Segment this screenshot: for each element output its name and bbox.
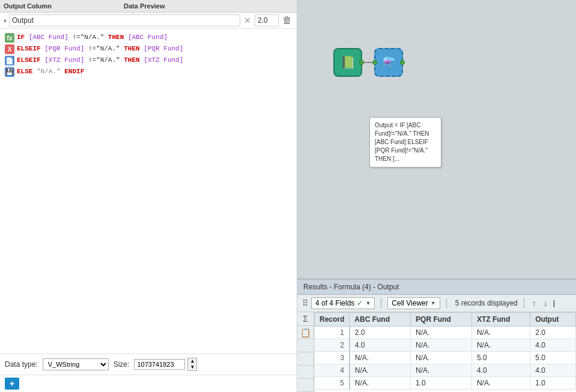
row-indicator-4 [297,366,314,379]
row-indicator-2 [297,339,314,352]
kw-then-3: THEN [124,56,139,64]
op-neq-3: !="N/A." [88,56,124,64]
formula-node[interactable]: ⚗️ [374,48,403,77]
table-header-row: Record ABC Fund PQR Fund XTZ Fund Output [315,313,576,327]
sigma-header: Σ [297,312,314,326]
size-up-button[interactable]: ▲ [188,358,196,364]
right-panel: 📗 ⚗️ Output = IF [ABC Fund]!="N/A." THEN… [297,0,576,392]
table-body: 1 2.0 N/A. N/A. 2.0 2 4.0 N/A. N/A. 4.0 … [315,327,576,390]
field-abc-ref-1: [ABC Fund] [128,34,168,41]
fields-dropdown-arrow: ▼ [365,300,371,306]
formula-icon-save: 💾 [5,67,14,77]
formula-text-4: ELSE "N/A." ENDIF [17,67,84,77]
cell-abc-fund: N/A. [350,352,411,364]
size-input[interactable] [134,359,185,370]
kw-elseif-2: ELSEIF [17,56,41,64]
formula-line-2: X ELSEIF [PQR Fund] !="N/A." THEN [PQR F… [5,44,292,54]
formula-text-1: IF [ABC Fund] !="N/A." THEN [ABC Fund] [17,32,168,43]
size-down-button[interactable]: ▼ [188,364,196,370]
node-connector-dot-right [359,60,364,65]
cell-abc-fund: 2.0 [350,327,411,339]
table-row: 3 N/A. N/A. 5.0 5.0 [315,352,576,364]
workflow-container: 📗 ⚗️ [333,48,403,77]
cell-record: 3 [315,352,350,364]
th-xtz-fund: XTZ Fund [471,313,530,327]
cell-record: 5 [315,377,350,390]
op-neq-1: !="N/A." [72,34,108,41]
cell-record: 1 [315,327,350,339]
th-output: Output [530,313,576,327]
field-pqr-1: [PQR Fund] [44,45,84,52]
cell-viewer-arrow: ▼ [431,300,436,306]
kw-then-1: THEN [108,34,124,41]
table-row: 4 N/A. N/A. 4.0 4.0 [315,364,576,377]
formula-area: fx IF [ABC Fund] !="N/A." THEN [ABC Fund… [0,29,297,354]
kw-else: ELSE [17,68,32,75]
add-row: + [0,375,297,392]
input-node[interactable]: 📗 [333,48,362,77]
toolbar-divider-3 [524,298,524,309]
cell-pqr-fund: N/A. [411,339,472,352]
table-row: 5 N/A. 1.0 N/A. 1.0 [315,377,576,390]
row-indicator-3 [297,352,314,366]
th-abc-fund: ABC Fund [350,313,411,327]
th-pqr-fund: PQR Fund [411,313,472,327]
formula-icon-x: X [5,44,14,54]
cell-abc-fund: N/A. [350,377,411,390]
cell-abc-fund: 4.0 [350,339,411,352]
node-connector-dot-left [372,60,377,65]
nav-up-button[interactable]: ↑ [530,298,538,308]
table-scroll: Record ABC Fund PQR Fund XTZ Fund Output… [314,312,576,392]
row-indicator-5 [297,379,314,392]
formula-text-3: ELSEIF [XTZ Fund] !="N/A." THEN [XTZ Fun… [17,55,183,65]
results-table: Record ABC Fund PQR Fund XTZ Fund Output… [314,312,576,390]
table-wrapper: Σ 📋 Record ABC Fund PQR Fund XT [297,312,576,392]
kw-then-2: THEN [124,45,139,52]
datatype-select[interactable]: V_WString [43,358,109,370]
add-button[interactable]: + [5,378,19,390]
book-icon: 📗 [341,55,356,70]
str-na: "N/A." [37,68,64,75]
check-icon: ✓ [357,299,363,307]
nav-down-button[interactable]: ↓ [542,298,550,308]
toolbar-divider-1 [381,298,381,309]
table-row: 1 2.0 N/A. N/A. 2.0 [315,327,576,339]
formula-icon-node: ⚗️ [382,56,395,69]
row-indicator-1: 📋 [297,326,314,339]
th-record: Record [315,313,350,327]
fields-dropdown[interactable]: 4 of 4 Fields ✓ ▼ [311,297,375,309]
formula-icon-fx: fx [5,33,14,43]
cell-output: 5.0 [530,352,576,364]
datatype-row: Data type: V_WString Size: ▲ ▼ [0,354,297,375]
node-tooltip: Output = IF [ABC Fund]!="N/A." THEN [ABC… [369,117,441,167]
field-xtz-1: [XTZ Fund] [44,56,84,64]
field-pqr-ref-1: [PQR Fund] [144,45,183,52]
size-label: Size: [114,360,130,369]
cell-xtz-fund: N/A. [471,377,530,390]
clear-button[interactable]: ✕ [243,16,252,25]
version-input[interactable] [255,14,279,26]
grid-icon: ⠿ [302,298,308,308]
cell-record: 4 [315,364,350,377]
cell-abc-fund: N/A. [350,364,411,377]
formula-line-1: fx IF [ABC Fund] !="N/A." THEN [ABC Fund… [5,32,292,43]
cell-pqr-fund: N/A. [411,352,472,364]
field-xtz-ref-1: [XTZ Fund] [144,56,183,64]
cell-output: 4.0 [530,364,576,377]
results-toolbar: ⠿ 4 of 4 Fields ✓ ▼ Cell Viewer ▼ 5 reco… [297,295,576,312]
output-row: ▾ ✕ 🗑 [0,13,297,29]
results-panel: Results - Formula (4) - Output ⠿ 4 of 4 … [297,279,576,392]
cell-pqr-fund: N/A. [411,327,472,339]
fields-label: 4 of 4 Fields [315,299,354,307]
arrow-icon[interactable]: ▾ [4,17,7,24]
cell-viewer-button[interactable]: Cell Viewer ▼ [387,297,440,309]
delete-button[interactable]: 🗑 [281,15,293,26]
cell-xtz-fund: 4.0 [471,364,530,377]
formula-text-2: ELSEIF [PQR Fund] !="N/A." THEN [PQR Fun… [17,44,183,54]
output-name-input[interactable] [9,14,240,26]
cell-viewer-label: Cell Viewer [392,299,428,307]
table-row: 2 4.0 N/A. N/A. 4.0 [315,339,576,352]
cell-record: 2 [315,339,350,352]
output-column-header: Output Column [4,2,52,10]
formula-line-3: 📄 ELSEIF [XTZ Fund] !="N/A." THEN [XTZ F… [5,55,292,65]
